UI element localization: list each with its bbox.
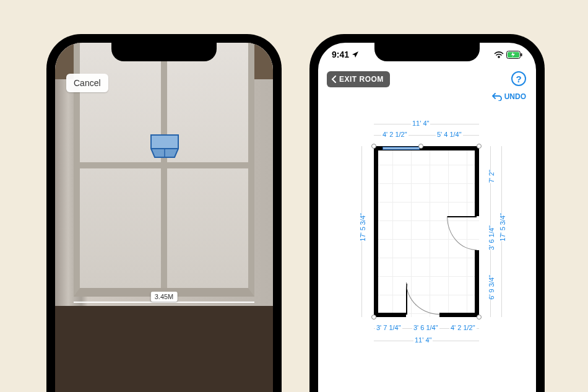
wall-bottom-left[interactable] <box>374 313 406 317</box>
status-time: 9:41 <box>332 50 349 59</box>
floorplan-canvas[interactable]: 11' 4" 4' 2 1/2" 5' 4 1/4" 17' 5 3/4" 7'… <box>343 120 510 368</box>
undo-button[interactable]: UNDO <box>492 92 526 101</box>
notch <box>111 43 217 61</box>
dim-top-right: 5' 4 1/4" <box>436 131 463 138</box>
dim-right-top: 7' 2" <box>486 170 496 183</box>
room-outline[interactable] <box>374 146 479 317</box>
chevron-left-icon <box>331 76 338 83</box>
wifi-icon <box>494 51 504 58</box>
window-marker[interactable] <box>383 147 420 150</box>
exit-room-label: EXIT ROOM <box>339 75 384 84</box>
corner-node[interactable] <box>477 315 482 320</box>
wall-right-bottom[interactable] <box>475 250 479 317</box>
battery-icon <box>506 51 522 59</box>
wall-left[interactable] <box>374 146 378 317</box>
dim-right-total: 17' 5 3/4" <box>498 213 508 242</box>
dim-top-left: 4' 2 1/2" <box>381 131 409 138</box>
cancel-button[interactable]: Cancel <box>66 74 108 92</box>
dim-right-mid: 3' 6 1/4" <box>486 225 496 250</box>
dim-bottom-left: 3' 7 1/4" <box>375 324 402 331</box>
svg-rect-0 <box>151 135 178 149</box>
ar-camera-view <box>55 43 273 392</box>
phone-mockup-ar: Cancel 3.45M ngow SlidingWindow AwningWi… <box>46 34 282 392</box>
ar-window-marker[interactable] <box>150 134 179 159</box>
corner-node[interactable] <box>371 144 376 149</box>
corner-node[interactable] <box>418 144 423 149</box>
corner-node[interactable] <box>477 144 482 149</box>
undo-icon <box>492 92 502 101</box>
corner-node[interactable] <box>371 315 376 320</box>
svg-rect-15 <box>521 53 522 56</box>
dim-top-total: 11' 4" <box>411 120 430 127</box>
phone-mockup-floorplan: 9:41 EXIT ROOM ? UNDO 11' 4" 4' 2 1/2" 5… <box>309 34 545 392</box>
status-bar: 9:41 <box>318 48 536 61</box>
dim-left-total: 17' 5 3/4" <box>358 213 368 242</box>
dim-bottom-mid: 3' 6 1/4" <box>412 324 439 331</box>
wall-bottom-right[interactable] <box>439 313 479 317</box>
exit-room-button[interactable]: EXIT ROOM <box>327 71 390 87</box>
location-arrow-icon <box>352 51 359 58</box>
dim-bottom-total: 11' 4" <box>413 336 433 344</box>
measurement-line <box>74 302 254 303</box>
wall-right-top[interactable] <box>475 146 479 216</box>
measurement-label: 3.45M <box>151 292 178 302</box>
dim-right-bot: 6' 9 3/4" <box>486 275 496 300</box>
help-button[interactable]: ? <box>511 71 526 86</box>
undo-label: UNDO <box>504 92 526 101</box>
dim-bottom-right: 4' 2 1/2" <box>449 324 477 331</box>
